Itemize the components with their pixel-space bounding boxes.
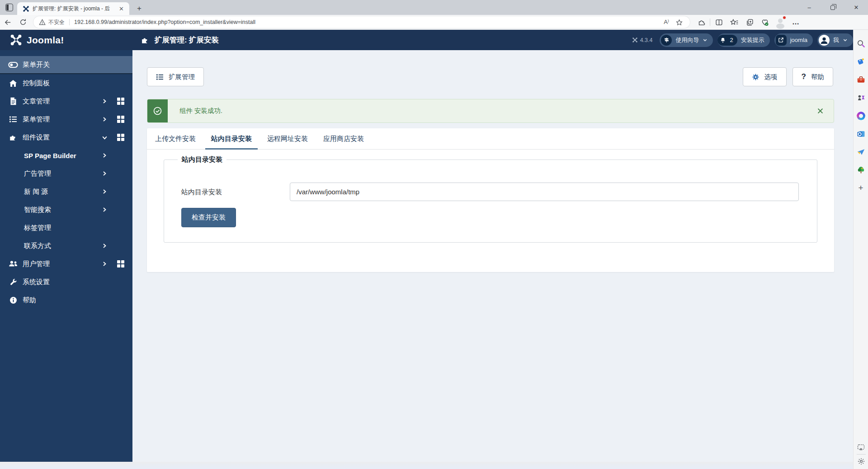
split-screen-icon[interactable] — [711, 16, 726, 28]
list-icon — [8, 116, 18, 123]
tab-install-from-folder[interactable]: 站内目录安装 — [203, 128, 259, 149]
external-link-icon — [776, 35, 787, 46]
collections-icon[interactable] — [742, 16, 757, 28]
address-bar[interactable]: 不安全 192.168.0.99/administrator/index.php… — [33, 16, 690, 28]
account-dropdown[interactable]: 我 — [817, 33, 853, 47]
back-button[interactable] — [0, 16, 15, 28]
sidebar-item-contacts[interactable]: 联系方式 — [0, 237, 132, 255]
sidebar-search-icon[interactable] — [854, 34, 868, 52]
edge-sidebar: + — [853, 30, 868, 469]
profile-avatar[interactable] — [773, 16, 788, 28]
user-icon — [819, 35, 830, 46]
sidebar-item-help[interactable]: 帮助 — [0, 291, 132, 309]
settings-menu-icon[interactable]: … — [788, 16, 803, 28]
sidebar-item-menu-toggle[interactable]: 菜单开关 — [0, 56, 132, 74]
preview-site-link[interactable]: joomla — [774, 33, 813, 47]
joomla-version-icon — [632, 37, 638, 43]
bell-icon — [719, 35, 727, 46]
web-capture-icon[interactable] — [857, 444, 865, 451]
sidebar-shopping-icon[interactable] — [854, 52, 868, 70]
sidebar-settings-gear-icon[interactable] — [857, 457, 865, 465]
toolbar-divider — [710, 19, 710, 26]
alert-message: 组件 安装成功. — [168, 99, 222, 122]
notifications-count-badge: 2 — [717, 35, 737, 46]
browser-tab[interactable]: 扩展管理: 扩展安装 - joomla - 后 ✕ — [17, 2, 129, 15]
browser-essentials-icon[interactable] — [757, 16, 773, 28]
refresh-button[interactable] — [15, 16, 31, 28]
chevron-down-icon — [843, 38, 848, 42]
sidebar-item-news-feeds[interactable]: 新 闻 源 — [0, 183, 132, 201]
sidebar-m365-copilot-icon[interactable] — [854, 107, 868, 125]
admin-header: Joomla! 扩展管理: 扩展安装 4.3.4 使用向导 — [0, 30, 853, 50]
dashboard-grid-icon[interactable] — [117, 116, 124, 123]
main-content: 扩展管理 选项 ? 帮助 — [132, 50, 853, 462]
extensions-icon[interactable] — [693, 16, 709, 28]
help-button[interactable]: ? 帮助 — [793, 67, 833, 86]
success-alert: 组件 安装成功. — [147, 99, 834, 123]
sidebar-tree-icon[interactable] — [854, 161, 868, 179]
tab-install-from-url[interactable]: 远程网址安装 — [259, 128, 316, 149]
sidebar-item-menus[interactable]: 菜单管理 — [0, 110, 132, 128]
tab-upload-package[interactable]: 上传文件安装 — [147, 128, 203, 149]
directory-input[interactable] — [290, 183, 799, 201]
sidebar-item-sp-page-builder[interactable]: SP Page Builder — [0, 146, 132, 164]
alert-close-icon[interactable] — [817, 99, 834, 122]
joomla-favicon-icon — [23, 5, 29, 12]
chevron-right-icon — [102, 98, 107, 104]
chevron-right-icon — [102, 207, 107, 212]
sidebar-item-users[interactable]: 用户管理 — [0, 255, 132, 273]
favorites-list-icon[interactable] — [726, 16, 742, 28]
sidebar-item-content[interactable]: 文章管理 — [0, 92, 132, 110]
check-and-install-button[interactable]: 检查并安装 — [181, 208, 236, 227]
chevron-right-icon — [102, 171, 107, 176]
notifications-dropdown[interactable]: 2 安装提示 — [717, 33, 769, 47]
puzzle-icon — [141, 36, 149, 44]
extension-manager-button[interactable]: 扩展管理 — [147, 67, 204, 86]
url-text: 192.168.0.99/administrator/index.php?opt… — [74, 19, 660, 25]
dashboard-grid-icon[interactable] — [117, 98, 124, 105]
chevron-down-icon — [102, 135, 108, 141]
sidebar-item-tags[interactable]: 标签管理 — [0, 219, 132, 237]
file-icon — [8, 97, 18, 105]
sidebar-toolbox-icon[interactable] — [854, 70, 868, 89]
window-minimize-button[interactable]: – — [797, 0, 821, 15]
address-divider — [69, 19, 70, 25]
tab-close-icon[interactable]: ✕ — [117, 5, 126, 12]
joomla-logo-icon — [10, 34, 22, 46]
install-folder-fieldset: 站内目录安装 站内目录安装 检查并安装 — [164, 159, 817, 243]
sidebar-drop-icon[interactable] — [854, 143, 868, 161]
new-tab-button[interactable]: + — [134, 3, 145, 14]
signpost-icon — [661, 35, 672, 46]
tab-install-from-web[interactable]: 应用商店安装 — [316, 128, 372, 149]
browser-toolbar: 不安全 192.168.0.99/administrator/index.php… — [0, 15, 868, 30]
guide-dropdown[interactable]: 使用向导 — [660, 33, 713, 47]
dashboard-grid-icon[interactable] — [117, 260, 124, 267]
directory-field-label: 站内目录安装 — [181, 184, 222, 200]
sidebar-games-icon[interactable] — [854, 89, 868, 107]
refresh-icon — [19, 19, 27, 26]
sidebar-outlook-icon[interactable] — [854, 125, 868, 143]
sidebar-add-icon[interactable]: + — [854, 179, 868, 197]
favorite-star-icon[interactable] — [673, 19, 685, 26]
fieldset-legend: 站内目录安装 — [178, 155, 226, 164]
wrench-icon — [8, 278, 18, 286]
options-button[interactable]: 选项 — [743, 67, 787, 86]
installer-panel: 上传文件安装 站内目录安装 远程网址安装 应用商店安装 站内目录安装 站内目录安… — [147, 128, 834, 272]
sidebar-item-dashboard[interactable]: 控制面板 — [0, 74, 132, 92]
sidebar-item-banners[interactable]: 广告管理 — [0, 164, 132, 183]
chevron-right-icon — [102, 117, 107, 122]
home-icon — [8, 80, 18, 87]
puzzle-icon — [8, 133, 18, 141]
read-aloud-icon[interactable]: A) — [660, 19, 673, 25]
sidebar-item-smart-search[interactable]: 智能搜索 — [0, 201, 132, 219]
dashboard-grid-icon[interactable] — [117, 134, 124, 141]
tab-workspaces-icon[interactable] — [5, 4, 13, 11]
sidebar-item-system[interactable]: 系统设置 — [0, 273, 132, 291]
security-label: 不安全 — [48, 19, 65, 26]
chevron-right-icon — [102, 153, 107, 158]
rail-divider — [857, 454, 866, 455]
sidebar-item-components[interactable]: 组件设置 — [0, 128, 132, 146]
window-restore-button[interactable] — [821, 0, 844, 15]
window-close-button[interactable]: ✕ — [844, 0, 868, 15]
joomla-logo[interactable]: Joomla! — [0, 34, 132, 46]
